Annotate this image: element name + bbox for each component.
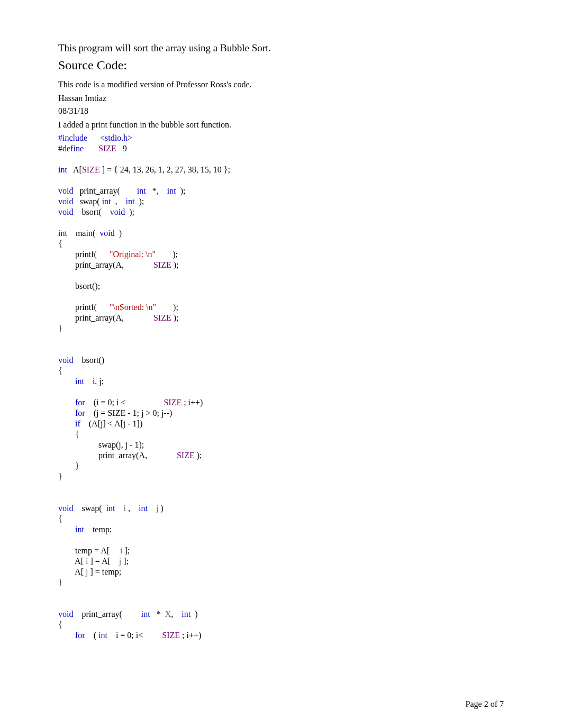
for-body: i = 0; i< <box>107 631 162 640</box>
array-decl-rest: ] = { 24, 13, 26, 1, 2, 27, 38, 15, 10 }… <box>100 165 230 174</box>
type-void: void <box>99 229 114 238</box>
size-ref: SIZE <box>153 260 171 269</box>
line-end: ]; <box>121 557 129 566</box>
line-end: ]; <box>122 546 130 555</box>
type-int: int <box>141 609 150 618</box>
page-of-label: of <box>491 699 497 708</box>
for-end: ; i++) <box>180 631 201 640</box>
indent <box>58 631 75 640</box>
type-void: void <box>58 197 73 206</box>
date: 08/31/18 <box>58 106 504 116</box>
change-note: I added a print function in the bubble s… <box>58 120 504 130</box>
type-int: int <box>58 229 67 238</box>
proto-bsort: bsort( <box>73 207 110 216</box>
indent <box>58 377 75 386</box>
bsort-call: bsort(); <box>58 281 100 290</box>
brace-close: } <box>58 578 62 587</box>
indent <box>58 408 75 417</box>
type-void: void <box>58 609 73 618</box>
type-void: void <box>58 356 73 365</box>
proto-sep: , <box>111 197 126 206</box>
for-body: (j = SIZE - 1; j > 0; j--) <box>85 408 173 417</box>
page-footer: Page 2 of 7 <box>466 699 504 709</box>
print-array-call: print_array(A, <box>58 451 177 460</box>
print-array-call: print_array(A, <box>58 313 153 322</box>
size-ref: SIZE <box>153 313 171 322</box>
brace-open: { <box>58 514 62 523</box>
define-value: 9 <box>123 144 127 153</box>
brace-close: } <box>58 324 62 333</box>
type-int: int <box>106 504 115 513</box>
proto-end: ); <box>134 197 144 206</box>
brace-open: { <box>58 620 62 629</box>
brace-open: { <box>58 430 79 439</box>
printf-call: printf( <box>58 250 110 259</box>
type-void: void <box>58 504 73 513</box>
bsort-sig: bsort() <box>73 356 104 365</box>
source-code-block: #include <stdio.h> #define SIZE 9 int A[… <box>58 133 504 641</box>
page-total: 7 <box>500 699 504 708</box>
page-current: 2 <box>484 699 488 708</box>
type-int: int <box>75 377 84 386</box>
brace-close: } <box>58 472 62 481</box>
section-title: Source Code: <box>58 58 504 72</box>
array-assign: A[ <box>58 557 86 566</box>
sig-close: ) <box>191 609 197 618</box>
indent <box>58 398 75 407</box>
type-int: int <box>102 197 111 206</box>
call-end: ); <box>156 303 178 312</box>
proto-end: ); <box>125 207 134 216</box>
define-name: SIZE <box>98 144 116 153</box>
type-int: int <box>167 186 176 195</box>
brace-open: { <box>58 366 62 375</box>
main-sig-open: main( <box>67 229 99 238</box>
type-int: int <box>182 609 191 618</box>
define-directive: #define <box>58 144 84 153</box>
type-void: void <box>110 207 125 216</box>
keyword-for: for <box>75 631 85 640</box>
proto-end: ); <box>176 186 186 195</box>
type-int: int <box>137 186 146 195</box>
program-description: This program will sort the array using a… <box>58 42 504 54</box>
type-int: int <box>75 525 84 534</box>
array-mid: ] = A[ <box>88 557 119 566</box>
size-ref: SIZE <box>177 451 195 460</box>
param-x: X <box>165 609 171 618</box>
if-body: (A[j] < A[j - 1]) <box>80 419 142 428</box>
space <box>148 504 156 513</box>
proto-swap: swap( <box>73 197 102 206</box>
print-array-sig-open: print_array( <box>73 609 141 618</box>
space <box>115 504 124 513</box>
string-original: "Original: \n" <box>110 250 156 259</box>
brace-close: } <box>58 461 79 470</box>
temp-assign: temp = A[ <box>58 546 120 555</box>
brace-open: { <box>58 239 62 248</box>
include-header: <stdio.h> <box>100 133 132 142</box>
swap-sig-open: swap( <box>73 504 106 513</box>
proto-print-array: print_array( <box>73 186 137 195</box>
print-array-call: print_array(A, <box>58 260 153 269</box>
ptr-star: * <box>150 609 165 618</box>
type-void: void <box>58 207 73 216</box>
array-assign: A[ <box>58 567 86 576</box>
swap-call: swap(j, j - 1); <box>58 440 144 449</box>
include-directive: #include <box>58 133 87 142</box>
proto-sep: *, <box>146 186 167 195</box>
call-end: ); <box>171 260 179 269</box>
var-decl: temp; <box>84 525 112 534</box>
indent <box>58 419 75 428</box>
size-ref: SIZE <box>162 631 180 640</box>
call-end: ); <box>171 313 179 322</box>
var-decl: i, j; <box>84 377 104 386</box>
comma: , <box>126 504 139 513</box>
array-decl-open: A[ <box>67 165 82 174</box>
type-int: int <box>126 197 135 206</box>
document-page: This program will sort the array using a… <box>0 0 562 728</box>
call-end: ); <box>195 451 202 460</box>
printf-call: printf( <box>58 303 110 312</box>
comma: , <box>171 609 182 618</box>
swap-sig-close: ) <box>158 504 163 513</box>
page-label: Page <box>466 699 482 708</box>
keyword-for: for <box>75 408 85 417</box>
call-end: ); <box>156 250 178 259</box>
